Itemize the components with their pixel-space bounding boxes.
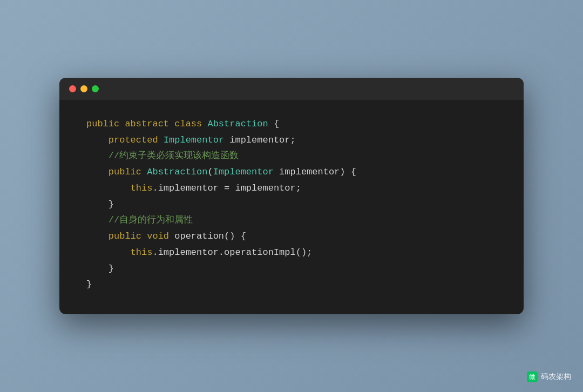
- code-line-1: public abstract class Abstraction {: [86, 116, 497, 132]
- code-window: public abstract class Abstraction { prot…: [59, 78, 524, 314]
- code-line-7: //自身的行为和属性: [86, 212, 497, 228]
- code-line-11: }: [86, 276, 497, 293]
- code-line-5: this.implementor = implementor;: [86, 180, 497, 197]
- code-line-4: public Abstraction(Implementor implement…: [86, 164, 497, 180]
- code-line-2: protected Implementor implementor;: [86, 132, 497, 148]
- watermark: 微 码农架构: [527, 371, 571, 382]
- watermark-text: 码农架构: [541, 372, 571, 382]
- code-line-6: }: [86, 197, 497, 213]
- code-line-9: this.implementor.operationImpl();: [86, 245, 497, 261]
- code-line-10: }: [86, 261, 497, 277]
- code-line-3: //约束子类必须实现该构造函数: [86, 148, 497, 164]
- code-line-8: public void operation() {: [86, 228, 497, 245]
- titlebar: [59, 78, 524, 100]
- minimize-button[interactable]: [80, 85, 87, 92]
- code-editor: public abstract class Abstraction { prot…: [59, 100, 524, 314]
- close-button[interactable]: [69, 85, 76, 92]
- wechat-icon: 微: [527, 371, 538, 382]
- maximize-button[interactable]: [92, 85, 99, 92]
